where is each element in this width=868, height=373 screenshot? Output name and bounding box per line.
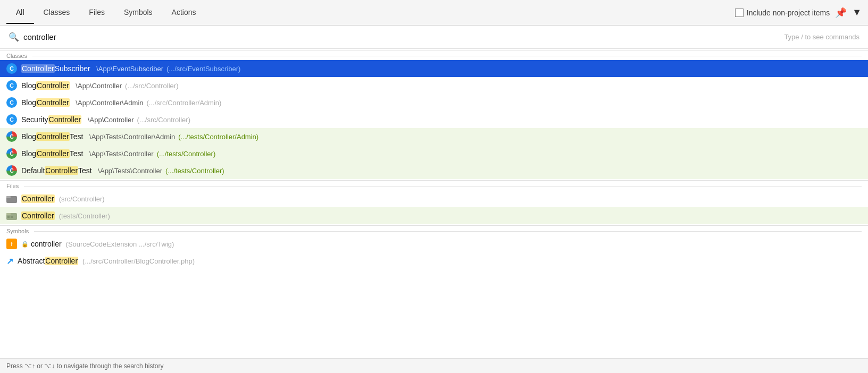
result-row[interactable]: f 🔒 controller (SourceCodeExtension .../… <box>0 235 868 252</box>
item-hint: (.../src/Controller/Admin) <box>147 99 222 107</box>
tab-bar: All Classes Files Symbols Actions Includ… <box>0 0 868 26</box>
tab-list: All Classes Files Symbols Actions <box>6 2 735 24</box>
item-hint: (.../src/Controller) <box>137 116 190 124</box>
include-label-text: Include non-project items <box>747 9 830 17</box>
item-hint: (SourceCodeExtension .../src/Twig) <box>66 240 174 248</box>
pin-icon[interactable]: 📌 <box>835 7 847 19</box>
item-hint: (.../src/Controller/BlogController.php) <box>82 257 195 265</box>
section-header-symbols: Symbols <box>0 225 868 235</box>
item-path: \App\Controller <box>86 116 133 124</box>
item-hint: (.../tests/Controller) <box>157 150 216 158</box>
section-header-files: Files <box>0 180 868 190</box>
item-path: \App\Controller\Admin <box>74 99 144 107</box>
item-path: \App\Tests\Controller <box>87 150 153 158</box>
tab-actions[interactable]: Actions <box>162 2 206 24</box>
item-name: BlogController <box>21 81 70 90</box>
symbol-icon-f: f <box>6 239 17 249</box>
item-name: BlogControllerTest <box>21 132 83 141</box>
results-list: Classes C ControllerSubscriber \App\Even… <box>0 49 868 269</box>
result-row[interactable]: BlogControllerTest \App\Tests\Controller… <box>0 145 868 162</box>
item-path: \App\Controller <box>74 82 122 90</box>
item-path: \App\Tests\Controller <box>96 167 162 175</box>
arrow-icon: ↗ <box>6 256 13 266</box>
svg-rect-3 <box>6 213 11 215</box>
class-icon-c: C <box>6 80 17 91</box>
result-row[interactable]: ↗ AbstractController (.../src/Controller… <box>0 252 868 269</box>
lock-icon: 🔒 <box>21 241 29 248</box>
result-row[interactable]: C ControllerSubscriber \App\EventSubscri… <box>0 60 868 77</box>
item-name: controller <box>31 240 62 248</box>
item-hint: (.../src/EventSubscriber) <box>166 65 240 73</box>
item-name: SecurityController <box>21 115 81 124</box>
class-icon-c-pie <box>6 165 17 176</box>
include-non-project-label[interactable]: Include non-project items <box>735 9 830 17</box>
folder-icon-alt <box>6 211 17 220</box>
class-icon-c: C <box>6 114 17 125</box>
class-icon-c-pie <box>6 148 17 159</box>
item-name: Controller <box>21 211 55 220</box>
include-checkbox[interactable] <box>735 9 744 17</box>
search-icon: 🔍 <box>9 32 19 42</box>
type-hint: Type / to see commands <box>784 33 859 41</box>
result-row[interactable]: BlogControllerTest \App\Tests\Controller… <box>0 128 868 145</box>
result-row[interactable]: C BlogController \App\Controller (.../sr… <box>0 77 868 94</box>
filter-icon[interactable]: ▼ <box>852 7 862 18</box>
item-name: BlogControllerTest <box>21 149 83 158</box>
result-row[interactable]: C BlogController \App\Controller\Admin (… <box>0 94 868 111</box>
section-header-classes: Classes <box>0 50 868 60</box>
status-text: Press ⌥↑ or ⌥↓ to navigate through the s… <box>6 362 163 370</box>
item-name: BlogController <box>21 98 70 107</box>
item-hint: (src/Controller) <box>59 195 105 203</box>
class-icon-c: C <box>6 97 17 108</box>
folder-icon <box>6 194 17 203</box>
result-row[interactable]: DefaultControllerTest \App\Tests\Control… <box>0 162 868 179</box>
item-path: \App\Tests\Controller\Admin <box>87 133 175 141</box>
tab-files[interactable]: Files <box>79 2 114 24</box>
svg-rect-4 <box>7 216 10 218</box>
search-bar: 🔍 Type / to see commands <box>0 26 868 49</box>
result-row[interactable]: Controller (tests/Controller) <box>0 207 868 224</box>
item-hint: (tests/Controller) <box>59 212 110 220</box>
status-bar: Press ⌥↑ or ⌥↓ to navigate through the s… <box>0 358 868 373</box>
right-controls: Include non-project items 📌 ▼ <box>735 7 862 19</box>
result-row[interactable]: Controller (src/Controller) <box>0 190 868 207</box>
item-name: ControllerSubscriber <box>21 64 90 73</box>
search-input[interactable] <box>23 32 859 41</box>
item-name: DefaultControllerTest <box>21 166 92 175</box>
item-hint: (.../src/Controller) <box>125 82 178 90</box>
item-hint: (.../tests/Controller) <box>165 167 224 175</box>
tab-classes[interactable]: Classes <box>34 2 80 24</box>
tab-symbols[interactable]: Symbols <box>114 2 162 24</box>
item-name: AbstractController <box>18 257 78 265</box>
svg-rect-5 <box>11 216 13 218</box>
class-icon-c-pie <box>6 131 17 142</box>
item-name: Controller <box>21 194 55 203</box>
result-row[interactable]: C SecurityController \App\Controller (..… <box>0 111 868 128</box>
item-hint: (.../tests/Controller/Admin) <box>178 133 258 141</box>
tab-all[interactable]: All <box>6 2 34 24</box>
item-path: \App\EventSubscriber <box>95 65 163 73</box>
class-icon-c: C <box>6 63 17 74</box>
svg-rect-1 <box>6 196 11 198</box>
